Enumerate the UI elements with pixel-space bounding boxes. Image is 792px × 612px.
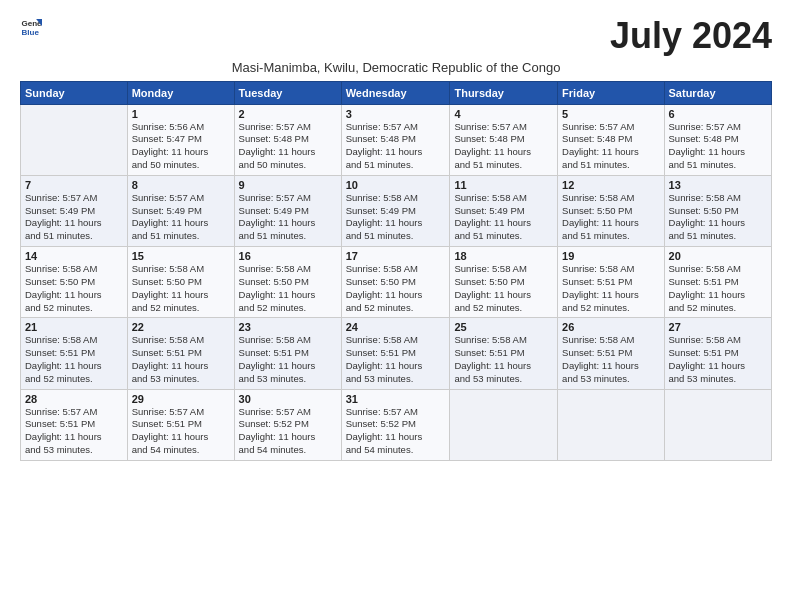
day-number: 29 xyxy=(132,393,230,405)
day-info: Sunrise: 5:58 AMSunset: 5:50 PMDaylight:… xyxy=(669,192,767,243)
logo: General Blue xyxy=(20,16,42,38)
day-info: Sunrise: 5:58 AMSunset: 5:51 PMDaylight:… xyxy=(562,263,659,314)
table-row: 8Sunrise: 5:57 AMSunset: 5:49 PMDaylight… xyxy=(127,175,234,246)
day-number: 28 xyxy=(25,393,123,405)
header-row: General Blue July 2024 xyxy=(20,16,772,56)
day-info: Sunrise: 5:58 AMSunset: 5:51 PMDaylight:… xyxy=(454,334,553,385)
table-row: 16Sunrise: 5:58 AMSunset: 5:50 PMDayligh… xyxy=(234,247,341,318)
day-info: Sunrise: 5:58 AMSunset: 5:50 PMDaylight:… xyxy=(562,192,659,243)
table-row: 10Sunrise: 5:58 AMSunset: 5:49 PMDayligh… xyxy=(341,175,450,246)
table-row: 4Sunrise: 5:57 AMSunset: 5:48 PMDaylight… xyxy=(450,104,558,175)
day-number: 2 xyxy=(239,108,337,120)
table-row: 5Sunrise: 5:57 AMSunset: 5:48 PMDaylight… xyxy=(558,104,664,175)
day-number: 1 xyxy=(132,108,230,120)
day-info: Sunrise: 5:58 AMSunset: 5:51 PMDaylight:… xyxy=(562,334,659,385)
day-info: Sunrise: 5:58 AMSunset: 5:51 PMDaylight:… xyxy=(25,334,123,385)
table-row xyxy=(21,104,128,175)
table-row: 19Sunrise: 5:58 AMSunset: 5:51 PMDayligh… xyxy=(558,247,664,318)
table-row: 6Sunrise: 5:57 AMSunset: 5:48 PMDaylight… xyxy=(664,104,771,175)
day-info: Sunrise: 5:58 AMSunset: 5:50 PMDaylight:… xyxy=(454,263,553,314)
day-number: 4 xyxy=(454,108,553,120)
day-number: 11 xyxy=(454,179,553,191)
table-row: 28Sunrise: 5:57 AMSunset: 5:51 PMDayligh… xyxy=(21,389,128,460)
day-info: Sunrise: 5:57 AMSunset: 5:49 PMDaylight:… xyxy=(239,192,337,243)
header-sunday: Sunday xyxy=(21,81,128,104)
day-info: Sunrise: 5:58 AMSunset: 5:50 PMDaylight:… xyxy=(346,263,446,314)
day-number: 12 xyxy=(562,179,659,191)
day-info: Sunrise: 5:57 AMSunset: 5:52 PMDaylight:… xyxy=(346,406,446,457)
day-number: 8 xyxy=(132,179,230,191)
day-info: Sunrise: 5:57 AMSunset: 5:48 PMDaylight:… xyxy=(669,121,767,172)
table-row xyxy=(664,389,771,460)
day-info: Sunrise: 5:58 AMSunset: 5:49 PMDaylight:… xyxy=(346,192,446,243)
day-info: Sunrise: 5:57 AMSunset: 5:48 PMDaylight:… xyxy=(346,121,446,172)
days-header-row: Sunday Monday Tuesday Wednesday Thursday… xyxy=(21,81,772,104)
day-number: 18 xyxy=(454,250,553,262)
title-block: July 2024 xyxy=(610,16,772,56)
table-row: 26Sunrise: 5:58 AMSunset: 5:51 PMDayligh… xyxy=(558,318,664,389)
day-number: 24 xyxy=(346,321,446,333)
day-info: Sunrise: 5:57 AMSunset: 5:51 PMDaylight:… xyxy=(25,406,123,457)
day-number: 21 xyxy=(25,321,123,333)
day-info: Sunrise: 5:58 AMSunset: 5:51 PMDaylight:… xyxy=(239,334,337,385)
day-info: Sunrise: 5:57 AMSunset: 5:48 PMDaylight:… xyxy=(562,121,659,172)
day-info: Sunrise: 5:56 AMSunset: 5:47 PMDaylight:… xyxy=(132,121,230,172)
logo-icon: General Blue xyxy=(20,16,42,38)
day-info: Sunrise: 5:57 AMSunset: 5:51 PMDaylight:… xyxy=(132,406,230,457)
day-info: Sunrise: 5:57 AMSunset: 5:49 PMDaylight:… xyxy=(25,192,123,243)
day-number: 9 xyxy=(239,179,337,191)
day-info: Sunrise: 5:58 AMSunset: 5:51 PMDaylight:… xyxy=(669,334,767,385)
table-row xyxy=(450,389,558,460)
header-tuesday: Tuesday xyxy=(234,81,341,104)
table-row: 22Sunrise: 5:58 AMSunset: 5:51 PMDayligh… xyxy=(127,318,234,389)
day-number: 26 xyxy=(562,321,659,333)
header-thursday: Thursday xyxy=(450,81,558,104)
table-row: 29Sunrise: 5:57 AMSunset: 5:51 PMDayligh… xyxy=(127,389,234,460)
day-info: Sunrise: 5:58 AMSunset: 5:51 PMDaylight:… xyxy=(669,263,767,314)
day-number: 27 xyxy=(669,321,767,333)
day-number: 20 xyxy=(669,250,767,262)
day-number: 13 xyxy=(669,179,767,191)
day-number: 23 xyxy=(239,321,337,333)
day-number: 22 xyxy=(132,321,230,333)
table-row: 7Sunrise: 5:57 AMSunset: 5:49 PMDaylight… xyxy=(21,175,128,246)
table-row: 3Sunrise: 5:57 AMSunset: 5:48 PMDaylight… xyxy=(341,104,450,175)
day-number: 16 xyxy=(239,250,337,262)
table-row: 20Sunrise: 5:58 AMSunset: 5:51 PMDayligh… xyxy=(664,247,771,318)
day-number: 17 xyxy=(346,250,446,262)
table-row xyxy=(558,389,664,460)
table-row: 24Sunrise: 5:58 AMSunset: 5:51 PMDayligh… xyxy=(341,318,450,389)
page: General Blue July 2024 Masi-Manimba, Kwi… xyxy=(0,0,792,471)
header-saturday: Saturday xyxy=(664,81,771,104)
day-number: 25 xyxy=(454,321,553,333)
day-info: Sunrise: 5:57 AMSunset: 5:52 PMDaylight:… xyxy=(239,406,337,457)
day-info: Sunrise: 5:58 AMSunset: 5:49 PMDaylight:… xyxy=(454,192,553,243)
table-row: 13Sunrise: 5:58 AMSunset: 5:50 PMDayligh… xyxy=(664,175,771,246)
day-number: 10 xyxy=(346,179,446,191)
table-row: 23Sunrise: 5:58 AMSunset: 5:51 PMDayligh… xyxy=(234,318,341,389)
day-info: Sunrise: 5:58 AMSunset: 5:51 PMDaylight:… xyxy=(132,334,230,385)
table-row: 14Sunrise: 5:58 AMSunset: 5:50 PMDayligh… xyxy=(21,247,128,318)
table-row: 15Sunrise: 5:58 AMSunset: 5:50 PMDayligh… xyxy=(127,247,234,318)
month-title: July 2024 xyxy=(610,16,772,56)
table-row: 25Sunrise: 5:58 AMSunset: 5:51 PMDayligh… xyxy=(450,318,558,389)
day-info: Sunrise: 5:58 AMSunset: 5:50 PMDaylight:… xyxy=(25,263,123,314)
day-info: Sunrise: 5:58 AMSunset: 5:50 PMDaylight:… xyxy=(132,263,230,314)
day-info: Sunrise: 5:58 AMSunset: 5:50 PMDaylight:… xyxy=(239,263,337,314)
table-row: 31Sunrise: 5:57 AMSunset: 5:52 PMDayligh… xyxy=(341,389,450,460)
svg-text:Blue: Blue xyxy=(21,28,39,37)
day-number: 30 xyxy=(239,393,337,405)
table-row: 17Sunrise: 5:58 AMSunset: 5:50 PMDayligh… xyxy=(341,247,450,318)
week-row-1: 7Sunrise: 5:57 AMSunset: 5:49 PMDaylight… xyxy=(21,175,772,246)
day-number: 19 xyxy=(562,250,659,262)
day-number: 5 xyxy=(562,108,659,120)
week-row-2: 14Sunrise: 5:58 AMSunset: 5:50 PMDayligh… xyxy=(21,247,772,318)
day-info: Sunrise: 5:57 AMSunset: 5:48 PMDaylight:… xyxy=(239,121,337,172)
table-row: 9Sunrise: 5:57 AMSunset: 5:49 PMDaylight… xyxy=(234,175,341,246)
table-row: 2Sunrise: 5:57 AMSunset: 5:48 PMDaylight… xyxy=(234,104,341,175)
week-row-4: 28Sunrise: 5:57 AMSunset: 5:51 PMDayligh… xyxy=(21,389,772,460)
day-info: Sunrise: 5:57 AMSunset: 5:49 PMDaylight:… xyxy=(132,192,230,243)
day-number: 6 xyxy=(669,108,767,120)
day-number: 31 xyxy=(346,393,446,405)
header-monday: Monday xyxy=(127,81,234,104)
